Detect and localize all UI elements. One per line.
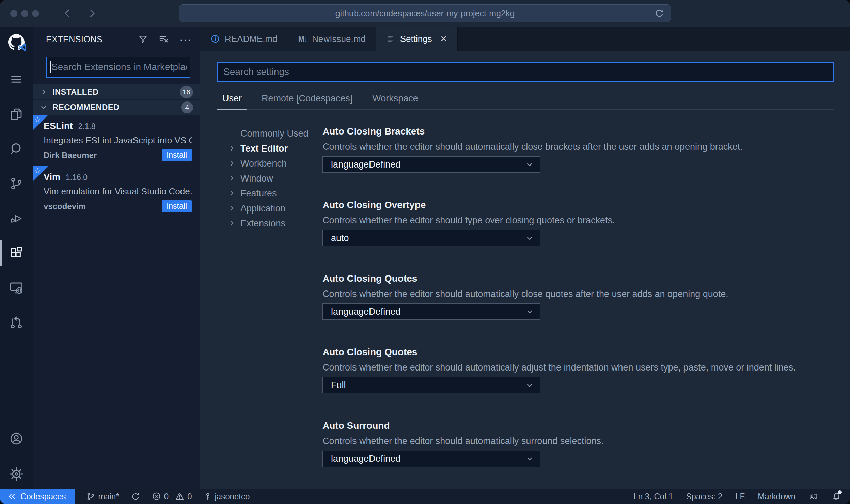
- chevron-right-icon: [227, 174, 236, 183]
- browser-chrome: github.com/codespaces/user-my-project-mg…: [0, 0, 850, 27]
- extension-version: 2.1.8: [78, 122, 96, 131]
- chevron-right-icon: [40, 88, 48, 96]
- tab-readme[interactable]: README.md: [200, 27, 288, 51]
- window-control-dot[interactable]: [32, 10, 39, 17]
- notification-dot: [838, 490, 842, 494]
- github-codespaces-logo: [8, 34, 25, 50]
- setting-auto-closing-quotes: Auto Closing Quotes Controls whether the…: [322, 273, 850, 320]
- settings-gear-icon[interactable]: [0, 464, 33, 484]
- sync-icon[interactable]: [131, 492, 140, 501]
- cursor-position[interactable]: Ln 3, Col 1: [633, 492, 673, 501]
- install-button[interactable]: Install: [162, 200, 192, 212]
- language-mode[interactable]: Markdown: [758, 492, 796, 501]
- setting-dropdown[interactable]: Full: [322, 377, 540, 393]
- setting-auto-closing-brackets: Auto Closing Brackets Controls whether t…: [322, 126, 850, 173]
- window-controls[interactable]: [10, 10, 39, 17]
- section-installed[interactable]: INSTALLED 16: [33, 84, 200, 99]
- extension-author: Dirk Baeumer: [44, 151, 97, 160]
- run-debug-icon[interactable]: [0, 208, 33, 228]
- chevron-right-icon: [227, 219, 236, 227]
- vscode-logo-icon: [18, 43, 27, 52]
- setting-auto-surround: Auto Surround Controls whether the edito…: [322, 420, 850, 467]
- explorer-icon[interactable]: [0, 104, 33, 124]
- scope-tab-remote[interactable]: Remote [Codespaces]: [256, 89, 358, 109]
- setting-dropdown[interactable]: languageDefined: [322, 303, 540, 320]
- toc-application[interactable]: Application: [227, 201, 322, 216]
- menu-icon[interactable]: [0, 69, 33, 89]
- recommended-star-ribbon: ☆: [33, 115, 48, 130]
- auth-user-indicator[interactable]: jasonetco: [204, 492, 250, 501]
- indentation[interactable]: Spaces: 2: [686, 492, 723, 501]
- back-icon[interactable]: [62, 7, 73, 19]
- window-control-dot[interactable]: [10, 10, 17, 17]
- toc-features[interactable]: Features: [227, 186, 322, 201]
- toc-commonly-used[interactable]: Commonly Used: [227, 126, 322, 141]
- tab-newissue[interactable]: M↓ NewIssue.md: [288, 27, 376, 51]
- forward-icon[interactable]: [87, 7, 97, 19]
- toc-workbench[interactable]: Workbench: [227, 156, 322, 171]
- extension-description: Integrates ESLint JavaScript into VS C..…: [44, 135, 192, 146]
- star-icon: ☆: [34, 167, 41, 175]
- setting-dropdown[interactable]: languageDefined: [322, 156, 540, 173]
- address-bar[interactable]: github.com/codespaces/user-my-project-mg…: [179, 4, 671, 22]
- branch-indicator[interactable]: main*: [86, 492, 119, 501]
- extensions-icon[interactable]: [0, 243, 33, 263]
- extension-version: 1.16.0: [66, 173, 88, 182]
- tab-settings[interactable]: Settings ✕: [376, 27, 458, 51]
- feedback-icon[interactable]: [808, 492, 819, 501]
- chevron-right-icon: [227, 159, 236, 168]
- markdown-icon: M↓: [298, 34, 308, 44]
- editor-area: README.md M↓ NewIssue.md Settings ✕: [200, 27, 850, 489]
- install-button[interactable]: Install: [162, 149, 192, 161]
- setting-auto-closing-quotes-2: Auto Closing Quotes Controls whether the…: [322, 347, 850, 393]
- setting-dropdown[interactable]: auto: [322, 230, 540, 246]
- chevron-right-icon: [227, 144, 236, 153]
- star-icon: ☆: [34, 115, 41, 124]
- sidebar-title: EXTENSIONS: [46, 34, 103, 44]
- toc-window[interactable]: Window: [227, 171, 322, 186]
- status-bar: Codespaces main* 0 0 jasonetco Ln 3, Col…: [0, 489, 850, 504]
- extensions-search[interactable]: [46, 57, 190, 78]
- window-control-dot[interactable]: [21, 10, 28, 17]
- key-icon: [204, 492, 212, 501]
- activity-bar: [0, 27, 33, 489]
- clear-search-results-icon[interactable]: [158, 34, 169, 44]
- installed-count-badge: 16: [180, 86, 193, 98]
- tab-label: NewIssue.md: [312, 34, 366, 44]
- setting-description: Controls whether the editor should autom…: [322, 289, 850, 299]
- more-actions-icon[interactable]: ···: [179, 37, 192, 42]
- settings-scope-tabs: User Remote [Codespaces] Workspace: [217, 89, 834, 110]
- refresh-icon[interactable]: [654, 8, 664, 18]
- eol-sequence[interactable]: LF: [735, 492, 745, 501]
- setting-dropdown[interactable]: languageDefined: [322, 451, 540, 467]
- source-control-icon[interactable]: [0, 174, 33, 193]
- chevron-down-icon: [40, 103, 48, 111]
- filter-icon[interactable]: [138, 34, 148, 44]
- extension-item-eslint[interactable]: ☆ ESLint 2.1.8 Integrates ESLint JavaScr…: [33, 115, 200, 166]
- codespaces-label: Codespaces: [20, 492, 66, 501]
- remote-icon: [7, 492, 16, 501]
- notifications-bell-icon[interactable]: [832, 492, 841, 501]
- section-recommended[interactable]: RECOMMENDED 4: [33, 100, 200, 115]
- scope-tab-workspace[interactable]: Workspace: [367, 89, 423, 109]
- setting-title: Auto Closing Quotes: [322, 347, 850, 358]
- toc-text-editor[interactable]: Text Editor: [227, 141, 322, 156]
- toc-extensions[interactable]: Extensions: [227, 216, 322, 231]
- info-icon: [210, 34, 220, 44]
- settings-search[interactable]: [217, 62, 834, 82]
- remote-explorer-icon[interactable]: [0, 278, 33, 298]
- error-icon: [152, 492, 161, 501]
- section-label: RECOMMENDED: [52, 103, 120, 112]
- extensions-search-input[interactable]: [51, 62, 190, 73]
- close-icon[interactable]: ✕: [440, 34, 447, 44]
- setting-title: Auto Surround: [322, 420, 850, 431]
- problems-indicator[interactable]: 0 0: [152, 492, 192, 501]
- github-pr-icon[interactable]: [0, 313, 33, 332]
- settings-search-input[interactable]: [218, 66, 833, 77]
- search-icon[interactable]: [0, 139, 33, 159]
- extension-item-vim[interactable]: ☆ Vim 1.16.0 Vim emulation for Visual St…: [33, 166, 200, 217]
- account-icon[interactable]: [0, 429, 33, 448]
- codespaces-remote-indicator[interactable]: Codespaces: [0, 489, 75, 504]
- setting-title: Auto Closing Brackets: [322, 126, 850, 137]
- scope-tab-user[interactable]: User: [217, 89, 247, 109]
